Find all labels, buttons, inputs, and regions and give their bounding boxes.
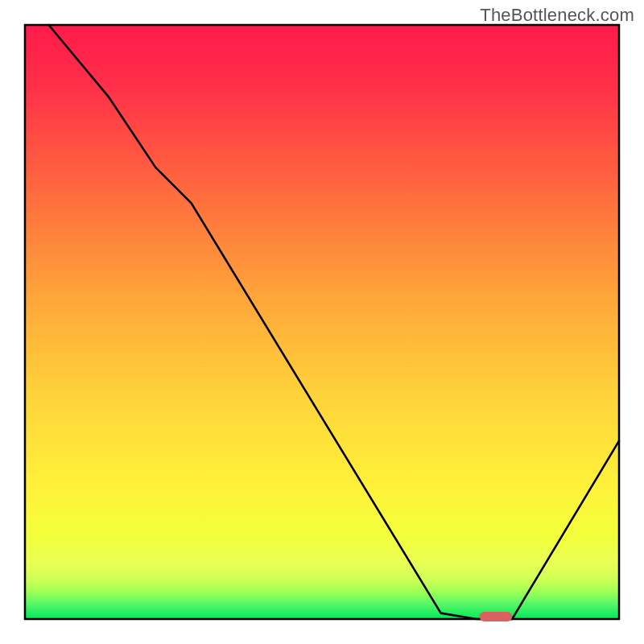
bottleneck-chart [0, 0, 644, 644]
optimal-range-marker [480, 612, 513, 621]
chart-background [25, 25, 619, 619]
chart-container: TheBottleneck.com [0, 0, 644, 644]
